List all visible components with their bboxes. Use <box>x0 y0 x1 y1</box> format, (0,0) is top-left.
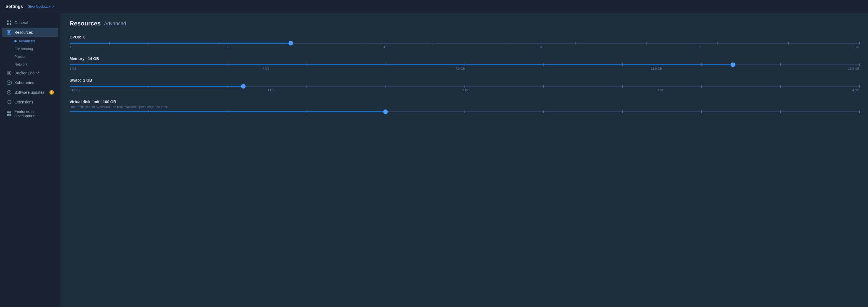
sidebar-item-software-updates-inner: Software updates <box>7 90 44 95</box>
cpu-slider-labels: 1 2 4 8 16 20 <box>70 45 859 49</box>
tick <box>543 110 544 113</box>
tick <box>465 63 465 66</box>
svg-rect-3 <box>10 23 11 25</box>
tick <box>227 85 228 88</box>
swap-value: 1 GB <box>83 78 92 82</box>
sidebar: General Resources Advanced File sharing … <box>0 13 61 307</box>
kubernetes-icon <box>7 80 11 85</box>
tick <box>465 110 465 113</box>
cpu-label-8: 8 <box>540 45 542 49</box>
tick <box>307 85 307 88</box>
memory-slider-track <box>70 64 859 65</box>
software-updates-icon <box>7 90 11 95</box>
tick <box>149 42 149 45</box>
swap-label-3gb: 3 GB <box>657 88 664 92</box>
swap-label-4gb: 4 GB <box>852 88 859 92</box>
svg-rect-10 <box>7 111 9 113</box>
content-subtitle: Advanced <box>104 21 126 27</box>
sidebar-sub-item-file-sharing[interactable]: File sharing <box>2 45 58 53</box>
svg-rect-13 <box>9 114 11 116</box>
sidebar-item-features-in-development[interactable]: Features in development <box>2 107 58 120</box>
extensions-icon <box>7 100 11 105</box>
sidebar-item-extensions[interactable]: Extensions <box>2 97 58 107</box>
tick <box>385 85 386 88</box>
page-title: Settings <box>5 4 23 9</box>
svg-rect-5 <box>8 31 10 33</box>
disk-limit-label: Virtual disk limit: 160 GB <box>70 100 859 104</box>
sub-dot-icon <box>14 40 17 42</box>
disk-limit-label-text: Virtual disk limit: <box>70 100 101 104</box>
cpu-slider-track <box>70 43 859 44</box>
swap-slider-fill <box>70 86 243 87</box>
tick <box>701 63 702 66</box>
swap-label-text: Swap: <box>70 78 81 82</box>
memory-label-79gb: 7.9 GB <box>456 67 465 70</box>
cpu-label-16: 16 <box>697 45 701 49</box>
tick <box>575 42 576 45</box>
tick <box>717 42 717 45</box>
sidebar-item-software-updates[interactable]: Software updates ! <box>2 88 58 97</box>
sidebar-sub-item-network[interactable]: Network <box>2 61 58 68</box>
cpu-slider-fill <box>70 43 291 44</box>
sidebar-item-label: Features in development <box>14 109 54 118</box>
svg-point-9 <box>8 82 10 83</box>
tick <box>780 63 781 66</box>
memory-slider-labels: 1 GB 4 GB 7.9 GB 11.9 GB 15.8 GB <box>70 67 859 70</box>
sidebar-item-docker-engine[interactable]: Docker Engine <box>2 68 58 78</box>
tick <box>780 85 781 88</box>
disk-slider-thumb[interactable] <box>383 110 388 114</box>
sidebar-item-kubernetes[interactable]: Kubernetes <box>2 78 58 87</box>
svg-rect-0 <box>7 21 8 22</box>
sidebar-item-label: Resources <box>14 30 33 34</box>
sidebar-item-resources[interactable]: Resources <box>2 28 58 37</box>
sidebar-sub-item-label: Network <box>14 62 28 66</box>
tick <box>622 63 623 66</box>
cpu-section: CPUs: 6 <box>70 35 859 49</box>
content-title: Resources <box>70 20 101 27</box>
sidebar-item-label: General <box>14 21 28 25</box>
tick <box>465 85 465 88</box>
sidebar-item-label: Software updates <box>14 90 44 94</box>
swap-slider-thumb[interactable] <box>241 84 246 88</box>
swap-slider-container <box>70 86 859 87</box>
sidebar-sub-item-label: Advanced <box>19 39 35 43</box>
cpu-label-1: 1 <box>70 45 71 49</box>
tick <box>701 110 702 113</box>
tick <box>859 110 860 113</box>
sidebar-sub-item-label: Proxies <box>14 55 26 59</box>
tick <box>362 42 362 45</box>
tick <box>859 85 860 88</box>
swap-label-1gb: 1 GB <box>268 88 275 92</box>
sidebar-sub-item-proxies[interactable]: Proxies <box>2 53 58 60</box>
memory-label-119gb: 11.9 GB <box>651 67 662 70</box>
header: Settings Give feedback ↗ <box>0 0 868 13</box>
sidebar-item-label: Extensions <box>14 100 33 104</box>
cpu-label-text: CPUs: <box>70 35 81 39</box>
tick <box>504 42 504 45</box>
sidebar-sub-item-advanced[interactable]: Advanced <box>2 37 58 45</box>
general-icon <box>7 20 11 25</box>
sidebar-item-general[interactable]: General <box>2 18 58 27</box>
tick <box>788 42 789 45</box>
tick <box>385 63 386 66</box>
give-feedback-link[interactable]: Give feedback ↗ <box>27 4 54 8</box>
external-link-icon: ↗ <box>51 5 54 8</box>
tick <box>227 110 228 113</box>
tick <box>307 63 307 66</box>
tick <box>859 42 860 45</box>
tick <box>433 42 433 45</box>
tick <box>220 42 220 45</box>
tick <box>543 85 544 88</box>
resources-icon <box>7 30 11 35</box>
cpu-slider-thumb[interactable] <box>288 41 293 45</box>
tick <box>227 63 228 66</box>
svg-point-7 <box>8 72 10 74</box>
memory-label-1gb: 1 GB <box>70 67 76 70</box>
main-layout: General Resources Advanced File sharing … <box>0 13 868 307</box>
tick <box>622 110 623 113</box>
tick <box>780 110 781 113</box>
svg-rect-2 <box>7 23 8 25</box>
memory-slider-thumb[interactable] <box>731 62 735 67</box>
memory-label-4gb: 4 GB <box>262 67 270 70</box>
svg-rect-12 <box>7 114 9 116</box>
